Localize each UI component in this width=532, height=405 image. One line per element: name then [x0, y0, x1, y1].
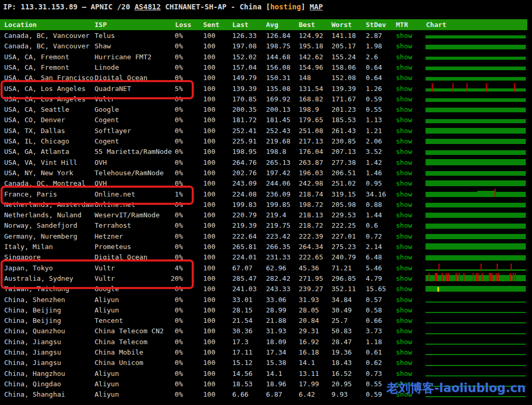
latency-chart: [425, 136, 526, 146]
mtr-show-link[interactable]: show: [396, 159, 412, 166]
mtr-show-link[interactable]: show: [396, 253, 412, 261]
mtr-show-link[interactable]: show: [396, 264, 412, 272]
table-row: China, JiangsuChina Unicom0%10015.1215.3…: [0, 357, 532, 368]
worst-cell: 296.85: [331, 275, 356, 282]
table-row: USA, NY, New YorkTelehouse/RamNode0%1002…: [0, 167, 532, 178]
mtr-show-link[interactable]: show: [396, 32, 412, 40]
avg-cell: 33.06: [266, 296, 286, 304]
loss-cell: 0%: [154, 179, 183, 187]
mtr-show-link[interactable]: show: [396, 116, 412, 124]
stdev-cell: 1.44: [366, 211, 382, 219]
latency-chart: [425, 231, 526, 241]
mtr-show-link[interactable]: show: [396, 148, 412, 155]
latency-bar: [425, 77, 526, 81]
best-cell: 16.18: [299, 348, 319, 356]
table-row: USA, IL, ChicagoCogent0%100225.91219.682…: [0, 136, 532, 146]
sent-cell: 100: [203, 127, 215, 135]
mtr-show-link[interactable]: show: [396, 95, 412, 103]
stdev-cell: 15.65: [366, 285, 386, 293]
mtr-show-link[interactable]: show: [396, 296, 412, 304]
mtr-show-link[interactable]: show: [396, 285, 412, 293]
mtr-show-link[interactable]: show: [396, 317, 412, 324]
last-cell: 285.47: [232, 275, 257, 282]
isp-cell: Online.net: [95, 201, 135, 208]
best-cell: 198.9: [299, 106, 319, 113]
sent-cell: 100: [203, 169, 215, 177]
latency-chart: [425, 305, 526, 315]
packet-loss-spike: [497, 264, 498, 271]
packet-loss-spike: [459, 273, 460, 281]
loss-cell: 0%: [154, 317, 183, 324]
latency-chart: [425, 368, 526, 378]
packet-loss-spike: [511, 264, 512, 271]
sent-cell: 100: [203, 253, 215, 261]
location-cell: Norway, Sandefjord: [4, 221, 77, 229]
loss-cell: 0%: [154, 359, 183, 367]
isp-cell: Vultr: [95, 264, 115, 272]
sent-cell: 100: [203, 137, 215, 145]
asn-link[interactable]: AS4812: [135, 3, 161, 11]
last-cell: 149.79: [232, 74, 257, 82]
best-cell: 176.04: [299, 148, 323, 155]
mtr-show-link[interactable]: show: [396, 327, 412, 335]
mtr-show-link[interactable]: show: [396, 85, 412, 93]
mtr-show-link[interactable]: show: [396, 201, 412, 208]
stdev-cell: 0.58: [366, 306, 382, 314]
mtr-show-link[interactable]: show: [396, 127, 412, 135]
loss-cell: 0%: [154, 253, 183, 261]
loss-cell: 0%: [154, 106, 183, 113]
worst-cell: 25.7: [331, 317, 348, 324]
loss-cell: 0%: [154, 169, 183, 177]
loss-cell: 0%: [154, 380, 183, 388]
mtr-show-link[interactable]: show: [396, 221, 412, 229]
loss-cell: 0%: [154, 201, 183, 208]
latency-chart: [425, 178, 526, 188]
location-cell: China, Jiangsu: [4, 348, 61, 356]
mtr-show-link[interactable]: show: [396, 275, 412, 282]
mtr-show-link[interactable]: show: [396, 74, 412, 82]
column-header-stdev: StDev: [366, 21, 386, 29]
loss-cell: 0%: [154, 221, 183, 229]
mtr-show-link[interactable]: show: [396, 53, 412, 61]
isp-cell: Hetzner: [95, 232, 123, 240]
mtr-show-link[interactable]: show: [396, 359, 412, 367]
avg-cell: 199.85: [266, 201, 290, 208]
latency-bar: [425, 255, 526, 260]
isp-cell: Terrahost: [95, 221, 131, 229]
mtr-show-link[interactable]: show: [396, 232, 412, 240]
table-row: China, QuanzhouChina Telecom CN20%10030.…: [0, 325, 532, 336]
mtr-show-link[interactable]: show: [396, 243, 412, 251]
mtr-show-link[interactable]: show: [396, 137, 412, 145]
sent-cell: 100: [203, 42, 215, 50]
last-cell: 197.08: [232, 42, 257, 50]
latency-bar: [425, 375, 526, 376]
worst-cell: 227.01: [331, 232, 356, 240]
latency-chart: [425, 199, 526, 210]
latency-chart: [425, 62, 526, 72]
mtr-show-link[interactable]: show: [396, 42, 412, 50]
map-link[interactable]: MAP: [310, 3, 323, 11]
mtr-show-link[interactable]: show: [396, 169, 412, 177]
packet-loss-spike: [490, 273, 491, 281]
mtr-show-link[interactable]: show: [396, 370, 412, 377]
last-cell: 6.66: [232, 390, 248, 398]
mtr-show-link[interactable]: show: [396, 190, 412, 198]
loss-cell: 0%: [154, 296, 183, 304]
location-cell: USA, CA, Fremont: [4, 63, 69, 71]
best-cell: 195.18: [299, 42, 323, 50]
mtr-show-link[interactable]: show: [396, 338, 412, 346]
watermark: 老刘博客-laoliublog.cn: [387, 380, 526, 396]
mtr-show-link[interactable]: show: [396, 106, 412, 113]
stdev-cell: 5.46: [366, 264, 382, 272]
mtr-show-link[interactable]: show: [396, 348, 412, 356]
last-cell: 15.12: [232, 359, 252, 367]
stdev-cell: 2.06: [366, 137, 382, 145]
sent-cell: 100: [203, 201, 215, 208]
mtr-show-link[interactable]: show: [396, 63, 412, 71]
mtr-show-link[interactable]: show: [396, 306, 412, 314]
worst-cell: 18.43: [331, 359, 352, 367]
latency-bar: [425, 108, 526, 112]
mtr-show-link[interactable]: show: [396, 211, 412, 219]
packet-loss-spike: [467, 83, 468, 92]
mtr-show-link[interactable]: show: [396, 179, 412, 187]
